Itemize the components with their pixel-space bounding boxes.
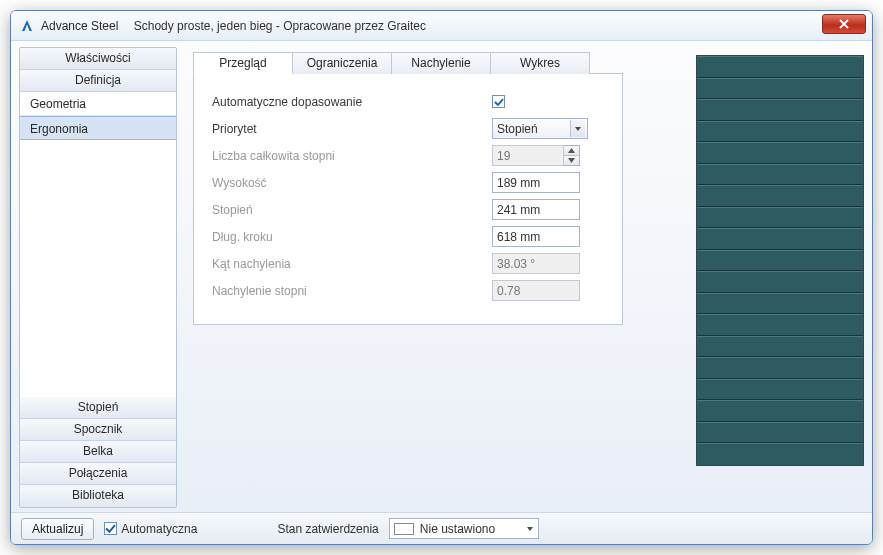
check-icon — [105, 523, 116, 534]
checkbox-auto-fit[interactable] — [492, 95, 505, 108]
label-status: Stan zatwierdzenia — [277, 522, 378, 536]
tab-przeglad[interactable]: Przegląd — [193, 52, 293, 74]
tab-wykres[interactable]: Wykres — [490, 52, 590, 74]
spinner-up[interactable] — [564, 146, 579, 156]
sidebar-top-wlasciwosci[interactable]: Właściwości — [20, 48, 176, 70]
label-steps-total: Liczba całkowita stopni — [212, 149, 412, 163]
tread — [697, 357, 863, 379]
input-tread[interactable] — [492, 199, 580, 220]
label-height: Wysokość — [212, 176, 412, 190]
input-slope — [492, 280, 580, 301]
label-priority: Priorytet — [212, 122, 412, 136]
input-steps-total[interactable] — [492, 145, 564, 166]
tab-ograniczenia[interactable]: Ograniczenia — [292, 52, 392, 74]
spinner-steps[interactable] — [492, 145, 580, 166]
sidebar-bottom-spocznik[interactable]: Spocznik — [20, 419, 176, 441]
sidebar-bottom-stopien[interactable]: Stopień — [20, 397, 176, 419]
label-auto-fit: Automatyczne dopasowanie — [212, 95, 412, 109]
sidebar-bottom-polaczenia[interactable]: Połączenia — [20, 463, 176, 485]
tread — [697, 78, 863, 100]
checkbox-auto-update[interactable]: Automatyczna — [104, 522, 197, 536]
check-icon — [494, 97, 504, 107]
status-value: Nie ustawiono — [420, 522, 495, 536]
tread — [697, 400, 863, 422]
app-icon — [19, 18, 35, 34]
form-area: Przegląd Ograniczenia Nachylenie Wykres … — [185, 47, 686, 508]
sidebar-bottom-biblioteka[interactable]: Biblioteka — [20, 485, 176, 507]
sidebar: Właściwości Definicja Geometria Ergonomi… — [19, 47, 177, 508]
sidebar-spacer — [20, 140, 176, 397]
footer: Aktualizuj Automatyczna Stan zatwierdzen… — [11, 512, 872, 544]
tread — [697, 336, 863, 358]
close-button[interactable] — [822, 14, 866, 34]
tread — [697, 293, 863, 315]
tread — [697, 250, 863, 272]
input-height[interactable] — [492, 172, 580, 193]
app-name: Advance Steel — [41, 19, 118, 33]
tread — [697, 207, 863, 229]
input-stride[interactable] — [492, 226, 580, 247]
chevron-down-icon — [570, 120, 585, 137]
tread — [697, 164, 863, 186]
sidebar-top-definicja[interactable]: Definicja — [20, 70, 176, 92]
input-angle — [492, 253, 580, 274]
titlebar: Advance Steel Schody proste, jeden bieg … — [11, 11, 872, 41]
tab-nachylenie[interactable]: Nachylenie — [391, 52, 491, 74]
dialog-body: Właściwości Definicja Geometria Ergonomi… — [11, 41, 872, 512]
tread — [697, 314, 863, 336]
tread — [697, 228, 863, 250]
select-priority[interactable]: Stopień — [492, 118, 588, 139]
tread — [697, 56, 863, 78]
tread — [697, 271, 863, 293]
label-slope: Nachylenie stopni — [212, 284, 412, 298]
doc-name: Schody proste, jeden bieg - Opracowane p… — [134, 19, 426, 33]
tread — [697, 121, 863, 143]
label-angle: Kąt nachylenia — [212, 257, 412, 271]
sidebar-item-ergonomia[interactable]: Ergonomia — [20, 116, 176, 140]
label-stride: Dług. kroku — [212, 230, 412, 244]
status-swatch — [394, 523, 414, 535]
window-title: Advance Steel Schody proste, jeden bieg … — [41, 19, 426, 33]
select-status[interactable]: Nie ustawiono — [389, 518, 539, 539]
stairs-preview — [696, 55, 864, 466]
tabs: Przegląd Ograniczenia Nachylenie Wykres — [193, 51, 686, 73]
label-tread: Stopień — [212, 203, 412, 217]
tread — [697, 142, 863, 164]
label-auto-update: Automatyczna — [121, 522, 197, 536]
tread — [697, 443, 863, 465]
tab-panel: Automatyczne dopasowanie Priorytet Stopi… — [193, 73, 623, 325]
close-icon — [839, 19, 849, 29]
sidebar-bottom-belka[interactable]: Belka — [20, 441, 176, 463]
tread — [697, 185, 863, 207]
select-priority-value: Stopień — [497, 122, 538, 136]
tread — [697, 379, 863, 401]
main-area: Przegląd Ograniczenia Nachylenie Wykres … — [185, 47, 864, 508]
spinner-down[interactable] — [564, 156, 579, 165]
dialog-window: Advance Steel Schody proste, jeden bieg … — [10, 10, 873, 545]
chevron-down-icon — [526, 525, 534, 533]
sidebar-item-geometria[interactable]: Geometria — [20, 92, 176, 116]
tread — [697, 99, 863, 121]
preview-pane — [696, 47, 864, 508]
update-button[interactable]: Aktualizuj — [21, 518, 94, 540]
tread — [697, 422, 863, 444]
